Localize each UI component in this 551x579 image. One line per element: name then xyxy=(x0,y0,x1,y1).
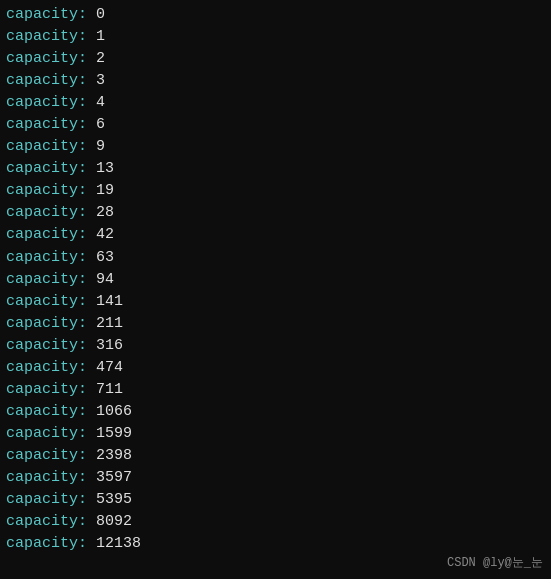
line-key: capacity: xyxy=(6,357,96,379)
terminal-output: capacity: 0capacity: 1capacity: 2capacit… xyxy=(0,0,551,559)
line-value: 13 xyxy=(96,158,114,180)
terminal-line: capacity: 12138 xyxy=(6,533,545,555)
terminal-line: capacity: 8092 xyxy=(6,511,545,533)
line-key: capacity: xyxy=(6,401,96,423)
terminal-line: capacity: 3 xyxy=(6,70,545,92)
line-value: 3597 xyxy=(96,467,132,489)
line-key: capacity: xyxy=(6,48,96,70)
line-value: 0 xyxy=(96,4,105,26)
line-key: capacity: xyxy=(6,423,96,445)
terminal-line: capacity: 1066 xyxy=(6,401,545,423)
line-key: capacity: xyxy=(6,269,96,291)
line-value: 28 xyxy=(96,202,114,224)
terminal-line: capacity: 13 xyxy=(6,158,545,180)
line-value: 5395 xyxy=(96,489,132,511)
line-value: 1 xyxy=(96,26,105,48)
line-key: capacity: xyxy=(6,70,96,92)
line-key: capacity: xyxy=(6,202,96,224)
terminal-line: capacity: 474 xyxy=(6,357,545,379)
line-value: 63 xyxy=(96,247,114,269)
line-value: 8092 xyxy=(96,511,132,533)
terminal-line: capacity: 1599 xyxy=(6,423,545,445)
terminal-line: capacity: 141 xyxy=(6,291,545,313)
terminal-line: capacity: 0 xyxy=(6,4,545,26)
line-key: capacity: xyxy=(6,4,96,26)
line-key: capacity: xyxy=(6,180,96,202)
line-key: capacity: xyxy=(6,247,96,269)
line-key: capacity: xyxy=(6,489,96,511)
terminal-line: capacity: 42 xyxy=(6,224,545,246)
terminal-line: capacity: 211 xyxy=(6,313,545,335)
line-key: capacity: xyxy=(6,224,96,246)
terminal-line: capacity: 4 xyxy=(6,92,545,114)
line-value: 3 xyxy=(96,70,105,92)
line-key: capacity: xyxy=(6,158,96,180)
terminal-line: capacity: 316 xyxy=(6,335,545,357)
terminal-line: capacity: 19 xyxy=(6,180,545,202)
line-value: 1599 xyxy=(96,423,132,445)
line-value: 2 xyxy=(96,48,105,70)
line-value: 141 xyxy=(96,291,123,313)
line-value: 4 xyxy=(96,92,105,114)
line-key: capacity: xyxy=(6,379,96,401)
line-value: 9 xyxy=(96,136,105,158)
line-value: 1066 xyxy=(96,401,132,423)
line-value: 2398 xyxy=(96,445,132,467)
line-key: capacity: xyxy=(6,136,96,158)
line-key: capacity: xyxy=(6,467,96,489)
line-value: 316 xyxy=(96,335,123,357)
terminal-line: capacity: 1 xyxy=(6,26,545,48)
line-value: 211 xyxy=(96,313,123,335)
line-value: 94 xyxy=(96,269,114,291)
terminal-line: capacity: 6 xyxy=(6,114,545,136)
line-value: 12138 xyxy=(96,533,141,555)
terminal-line: capacity: 28 xyxy=(6,202,545,224)
line-value: 6 xyxy=(96,114,105,136)
line-key: capacity: xyxy=(6,533,96,555)
line-key: capacity: xyxy=(6,114,96,136)
terminal-line: capacity: 3597 xyxy=(6,467,545,489)
terminal-line: capacity: 2398 xyxy=(6,445,545,467)
line-key: capacity: xyxy=(6,26,96,48)
line-value: 474 xyxy=(96,357,123,379)
line-value: 711 xyxy=(96,379,123,401)
terminal-line: capacity: 711 xyxy=(6,379,545,401)
line-value: 42 xyxy=(96,224,114,246)
terminal-line: capacity: 9 xyxy=(6,136,545,158)
line-value: 19 xyxy=(96,180,114,202)
terminal-line: capacity: 5395 xyxy=(6,489,545,511)
line-key: capacity: xyxy=(6,313,96,335)
line-key: capacity: xyxy=(6,335,96,357)
line-key: capacity: xyxy=(6,291,96,313)
watermark: CSDN @ly@눈_눈 xyxy=(447,554,543,571)
line-key: capacity: xyxy=(6,92,96,114)
line-key: capacity: xyxy=(6,445,96,467)
terminal-line: capacity: 63 xyxy=(6,247,545,269)
terminal-line: capacity: 2 xyxy=(6,48,545,70)
terminal-line: capacity: 94 xyxy=(6,269,545,291)
line-key: capacity: xyxy=(6,511,96,533)
